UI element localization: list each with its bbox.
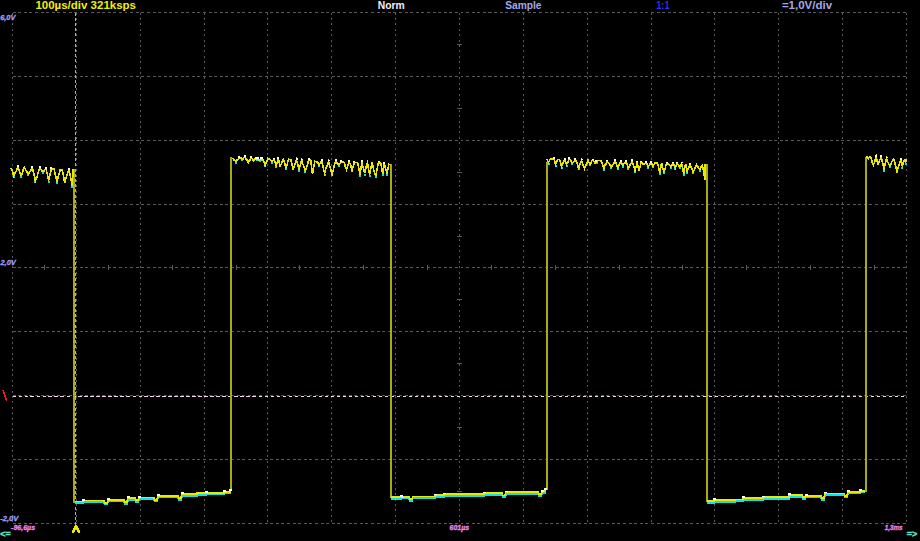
svg-text:Sample: Sample	[505, 0, 541, 11]
svg-text:-96,6µs: -96,6µs	[11, 523, 36, 532]
svg-text:-2,0V: -2,0V	[0, 514, 19, 523]
svg-text:6,0V: 6,0V	[0, 13, 16, 22]
svg-text:<=: <=	[0, 529, 10, 539]
svg-text:=>: =>	[907, 529, 917, 539]
svg-text:1:1: 1:1	[656, 0, 669, 11]
svg-text:1,3ms: 1,3ms	[885, 523, 903, 532]
svg-text:2,0V: 2,0V	[0, 258, 16, 267]
svg-text:Norm: Norm	[378, 0, 405, 11]
svg-text:100µs/div 321ksps: 100µs/div 321ksps	[35, 0, 136, 11]
svg-text:601µs: 601µs	[450, 523, 470, 532]
svg-text:=1,0V/div: =1,0V/div	[782, 0, 832, 11]
